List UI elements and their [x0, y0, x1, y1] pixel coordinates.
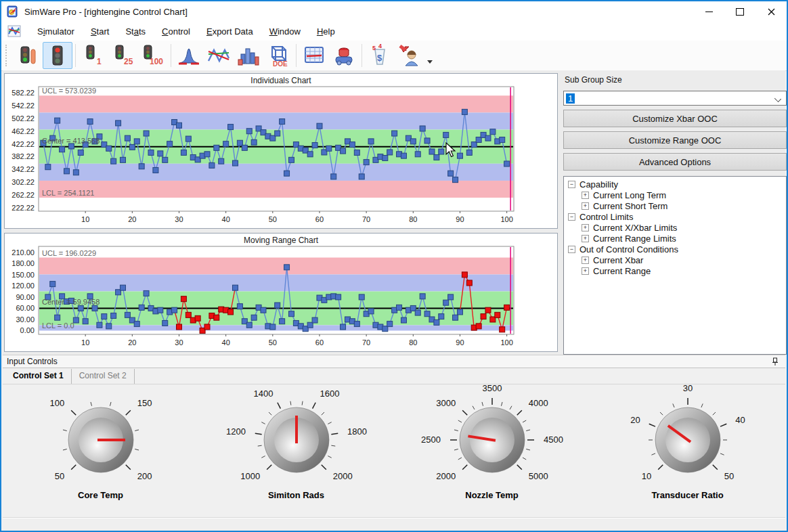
tab-control-set-2[interactable]: Control Set 2	[72, 369, 135, 384]
svg-text:2000: 2000	[332, 471, 352, 481]
gauges-row: 50100150200Core Temp10001200140016001800…	[3, 384, 785, 517]
customize-range-ooc-button[interactable]: Customize Range OOC	[563, 131, 787, 149]
svg-text:222.22: 222.22	[12, 204, 35, 212]
customize-xbar-ooc-button[interactable]: Customize Xbar OOC	[563, 110, 787, 127]
tree-item-label: Out of Control Conditions	[579, 244, 678, 254]
moving-range-chart-title: Moving Range Chart	[5, 234, 557, 245]
traffic-light-step1-icon: 1	[82, 44, 105, 67]
svg-text:30: 30	[175, 215, 183, 223]
stop-simulation-button[interactable]	[43, 42, 72, 69]
tree-item-label: Capability	[579, 179, 618, 190]
svg-text:2000: 2000	[436, 471, 456, 481]
gauge-dial[interactable]: 50100150200	[13, 384, 189, 490]
tree-item-current-range-limits[interactable]: +Current Range Limits	[564, 233, 786, 244]
tree-item-capability[interactable]: −Capability	[564, 179, 786, 190]
data-table-button[interactable]	[299, 42, 329, 69]
svg-text:90.00: 90.00	[16, 293, 35, 301]
tab-control-set-1[interactable]: Control Set 1	[5, 369, 72, 384]
step-25-button[interactable]: 25	[108, 42, 138, 69]
menu-export-data[interactable]: Export Data	[198, 24, 261, 39]
tree-item-control-limits[interactable]: −Control Limits	[564, 211, 786, 222]
minimize-icon	[705, 12, 713, 12]
expand-icon[interactable]: +	[582, 235, 589, 242]
expand-icon[interactable]: +	[582, 192, 589, 199]
svg-text:462.22: 462.22	[12, 127, 35, 135]
minimize-button[interactable]	[693, 1, 724, 22]
options-tree: −Capability+Current Long Term+Current Sh…	[563, 176, 787, 355]
pin-icon	[772, 357, 779, 366]
close-button[interactable]	[756, 1, 787, 22]
svg-text:2500: 2500	[421, 435, 441, 445]
title-bar: SimWare Pro - [rightengine Control Chart…	[1, 1, 787, 22]
app-window: SimWare Pro - [rightengine Control Chart…	[0, 0, 788, 532]
expand-icon[interactable]: +	[582, 267, 589, 275]
tree-item-current-long-term[interactable]: +Current Long Term	[564, 190, 786, 200]
moving-range-chart: UCL = 196.0229Center = 59.9458LCL = 0.02…	[5, 245, 557, 352]
svg-text:20: 20	[128, 338, 136, 347]
svg-text:100: 100	[49, 398, 64, 408]
svg-text:5: 5	[372, 45, 376, 51]
gauge-name: Transducer Ratio	[596, 490, 780, 500]
subgroup-size-value: 1	[566, 93, 575, 104]
cost-analysis-button[interactable]: $ 5 4	[365, 42, 395, 69]
maximize-button[interactable]	[724, 1, 756, 22]
subgroup-size-combobox[interactable]: 1	[563, 91, 787, 106]
input-controls-bar: Input Controls	[3, 355, 785, 368]
svg-text:422.22: 422.22	[12, 140, 35, 148]
expand-icon[interactable]: +	[582, 224, 589, 231]
expand-icon[interactable]: +	[582, 202, 589, 210]
toolbar-overflow-icon[interactable]	[427, 60, 433, 64]
gauge-name: Core Temp	[9, 490, 193, 500]
svg-text:4: 4	[378, 44, 382, 49]
svg-text:4000: 4000	[528, 398, 548, 408]
gauge-dial[interactable]: 100012001400160018002000	[209, 384, 385, 490]
svg-text:342.22: 342.22	[12, 165, 35, 173]
menu-stats[interactable]: Stats	[117, 24, 154, 39]
svg-text:50: 50	[269, 338, 277, 347]
step-1-button[interactable]: 1	[79, 42, 108, 69]
tree-item-out-of-control-conditions[interactable]: −Out of Control Conditions	[564, 244, 786, 254]
menu-simulator[interactable]: Simulator	[29, 24, 83, 39]
individuals-chart: UCL = 573.0239Center = 413.568LCL = 254.…	[5, 85, 557, 229]
svg-text:30.00: 30.00	[16, 315, 35, 324]
individuals-chart-panel: Individuals Chart UCL = 573.0239Center =…	[4, 73, 558, 229]
svg-text:$: $	[377, 53, 382, 63]
window-title: SimWare Pro - [rightengine Control Chart…	[24, 7, 188, 17]
run-simulation-button[interactable]	[13, 42, 43, 69]
advanced-options-button[interactable]: Advanced Options	[563, 153, 787, 171]
database-button[interactable]	[329, 42, 359, 69]
step-100-button[interactable]: 100	[138, 42, 168, 69]
menu-control[interactable]: Control	[154, 24, 198, 39]
svg-text:1: 1	[97, 57, 102, 66]
tree-item-current-x-xbar-limits[interactable]: +Current X/Xbar Limits	[564, 222, 786, 233]
tree-item-current-xbar[interactable]: +Current Xbar	[564, 254, 786, 265]
control-charts-button[interactable]	[204, 42, 234, 69]
tree-item-current-range[interactable]: +Current Range	[564, 265, 786, 276]
svg-text:DOE: DOE	[273, 60, 288, 67]
svg-text:150: 150	[137, 398, 152, 408]
tree-item-label: Current Short Term	[593, 201, 667, 211]
menu-start[interactable]: Start	[83, 24, 117, 39]
toolbar-separator	[296, 44, 297, 67]
auto-hide-pin-button[interactable]	[769, 356, 781, 367]
tree-item-current-short-term[interactable]: +Current Short Term	[564, 200, 786, 211]
import-user-button[interactable]	[395, 42, 424, 69]
toolbar-grip[interactable]	[5, 45, 9, 66]
expand-icon[interactable]: +	[582, 257, 589, 264]
svg-text:60: 60	[315, 338, 324, 347]
collapse-icon[interactable]: −	[568, 181, 575, 188]
collapse-icon[interactable]: −	[568, 213, 575, 221]
distribution-chart-button[interactable]	[174, 42, 204, 69]
gauge-core-temp: 50100150200Core Temp	[9, 384, 193, 517]
svg-text:40: 40	[735, 415, 745, 425]
collapse-icon[interactable]: −	[568, 246, 575, 253]
menu-window[interactable]: Window	[261, 24, 309, 39]
subgroup-size-label: Sub Group Size	[565, 75, 787, 85]
gauge-dial[interactable]: 1020304050	[600, 384, 776, 490]
gauge-dial[interactable]: 2000250030003500400045005000	[404, 384, 580, 490]
doe-button[interactable]: DOE	[263, 42, 293, 69]
histogram-bars-icon	[237, 45, 260, 66]
histogram-button[interactable]	[234, 42, 263, 69]
menu-help[interactable]: Help	[309, 24, 343, 39]
tree-item-label: Current Xbar	[593, 255, 643, 265]
